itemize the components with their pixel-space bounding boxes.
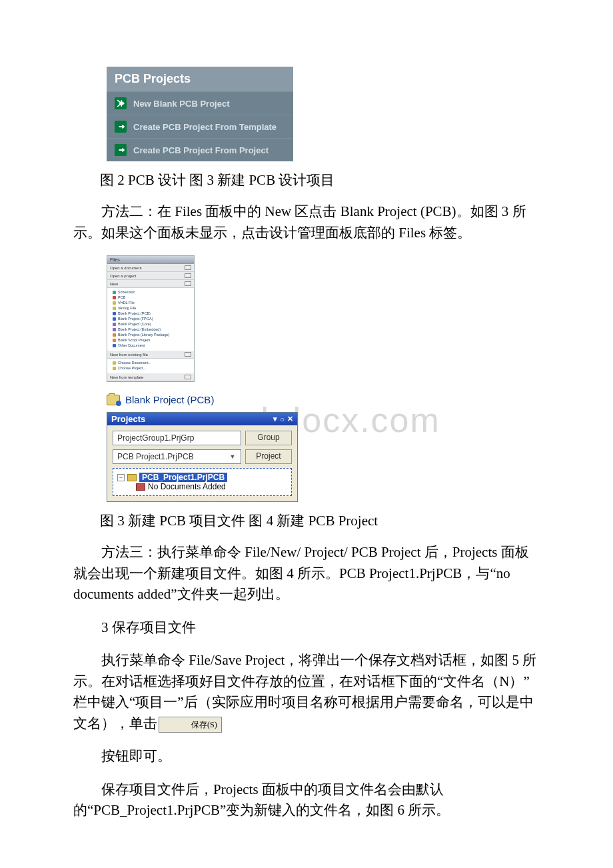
collapse-icon[interactable] xyxy=(185,265,191,270)
paragraph-save-1: 执行菜单命令 File/Save Project，将弹出一个保存文档对话框，如图… xyxy=(73,650,540,734)
figure2-3-caption: 图 2 PCB 设计 图 3 新建 PCB 设计项目 xyxy=(100,171,540,189)
collapse-icon[interactable] xyxy=(185,352,191,357)
doc-icon xyxy=(113,339,116,342)
files-new-list: Schematic PCB VHDL File Verilog File Bla… xyxy=(107,288,194,351)
save-button-image: 保存(S) xyxy=(159,717,222,733)
files-section-open-document[interactable]: Open a document xyxy=(107,264,194,272)
doc-icon xyxy=(113,317,116,321)
arrow-right-icon xyxy=(115,121,127,133)
doc-icon xyxy=(113,367,116,370)
tree-selected-label: PCB_Project1.PrjPCB xyxy=(139,473,227,482)
doc-icon xyxy=(113,312,116,315)
files-section-new-from-template[interactable]: New from template xyxy=(107,373,194,381)
tree-child-row: No Documents Added xyxy=(136,482,287,491)
files-section-new-from-existing[interactable]: New from existing file xyxy=(107,351,194,359)
empty-folder-icon xyxy=(136,483,145,491)
files-panel: Files Open a document Open a project New… xyxy=(107,255,195,382)
arrow-right-icon xyxy=(115,144,127,156)
paragraph-save-2: 按钮即可。 xyxy=(73,746,540,767)
dropdown-icon[interactable]: ▾ xyxy=(273,415,277,423)
figure3-4-caption: 图 3 新建 PCB 项目文件 图 4 新建 PCB Project xyxy=(100,511,540,530)
project-icon xyxy=(107,395,120,405)
projects-tree: − PCB_Project1.PrjPCB No Documents Added xyxy=(113,468,292,496)
doc-icon xyxy=(113,361,116,365)
paragraph-method2: 方法二：在 Files 面板中的 New 区点击 Blank Project (… xyxy=(73,201,540,243)
collapse-icon[interactable] xyxy=(185,273,191,278)
doc-icon xyxy=(113,291,116,294)
tree-root-row[interactable]: − PCB_Project1.PrjPCB xyxy=(117,473,287,482)
collapse-icon[interactable] xyxy=(185,375,191,379)
list-item[interactable]: Blank Project (PCB) xyxy=(113,311,191,316)
list-item[interactable]: Blank Project (Embedded) xyxy=(113,327,191,332)
pcb-item-new-blank[interactable]: New Blank PCB Project xyxy=(107,91,293,115)
pcb-item-label: Create PCB Project From Template xyxy=(133,122,277,132)
doc-icon xyxy=(113,296,116,299)
tree-collapse-icon[interactable]: − xyxy=(117,474,125,481)
list-item[interactable]: Blank Project (Library Package) xyxy=(113,332,191,337)
pcb-item-label: New Blank PCB Project xyxy=(133,99,230,109)
project-folder-icon xyxy=(127,474,137,481)
doc-icon xyxy=(113,333,116,337)
list-item[interactable]: Choose Document... xyxy=(113,360,191,365)
list-item[interactable]: Blank Script Project xyxy=(113,337,191,343)
heading-save-project: 3 保存项目文件 xyxy=(73,617,540,639)
list-item[interactable]: Choose Project... xyxy=(113,365,191,371)
pcb-item-label: Create PCB Project From Project xyxy=(133,145,269,155)
chevron-down-icon[interactable]: ▼ xyxy=(229,453,237,460)
collapse-icon[interactable] xyxy=(185,281,191,286)
doc-icon xyxy=(113,307,116,310)
files-panel-title: Files xyxy=(107,256,194,264)
list-item[interactable]: VHDL File xyxy=(113,300,191,305)
projects-panel-titlebar: Projects ▾ ○ ✕ xyxy=(107,413,297,425)
list-item[interactable]: Other Document xyxy=(113,343,191,348)
blank-project-pcb-link[interactable]: Blank Project (PCB) xyxy=(107,394,540,405)
files-section-new[interactable]: New xyxy=(107,280,194,288)
files-section-open-project[interactable]: Open a project xyxy=(107,272,194,280)
doc-icon xyxy=(113,328,116,331)
arrow-right-icon xyxy=(115,97,127,109)
project-group-field[interactable]: ProjectGroup1.PrjGrp xyxy=(113,431,241,445)
list-item[interactable]: Blank Project (Core) xyxy=(113,321,191,327)
tree-child-label: No Documents Added xyxy=(148,482,226,491)
pin-icon[interactable]: ○ xyxy=(280,415,285,423)
doc-icon xyxy=(113,323,116,326)
project-select-field[interactable]: PCB Project1.PrjPCB ▼ xyxy=(113,449,241,464)
projects-panel-title: Projects xyxy=(111,414,145,424)
close-icon[interactable]: ✕ xyxy=(287,415,293,423)
paragraph-method3: 方法三：执行菜单命令 File/New/ Project/ PCB Projec… xyxy=(73,542,540,605)
doc-icon xyxy=(113,344,116,347)
files-existing-list: Choose Document... Choose Project... xyxy=(107,359,194,373)
pcb-item-from-template[interactable]: Create PCB Project From Template xyxy=(107,115,293,138)
doc-icon xyxy=(113,301,116,305)
link-label: Blank Project (PCB) xyxy=(125,394,214,405)
pcb-projects-panel: PCB Projects New Blank PCB Project Creat… xyxy=(107,67,293,161)
list-item[interactable]: PCB xyxy=(113,295,191,300)
pcb-item-from-project[interactable]: Create PCB Project From Project xyxy=(107,138,293,161)
paragraph-save-3: 保存项目文件后，Projects 面板中的项目文件名会由默认的“PCB_Proj… xyxy=(73,779,540,821)
list-item[interactable]: Verilog File xyxy=(113,305,191,311)
list-item[interactable]: Schematic xyxy=(113,289,191,295)
project-button[interactable]: Project xyxy=(245,449,292,464)
projects-panel: Projects ▾ ○ ✕ ProjectGroup1.PrjGrp Grou… xyxy=(107,412,298,502)
list-item[interactable]: Blank Project (FPGA) xyxy=(113,316,191,321)
group-button[interactable]: Group xyxy=(245,431,292,445)
pcb-projects-header: PCB Projects xyxy=(107,67,293,91)
